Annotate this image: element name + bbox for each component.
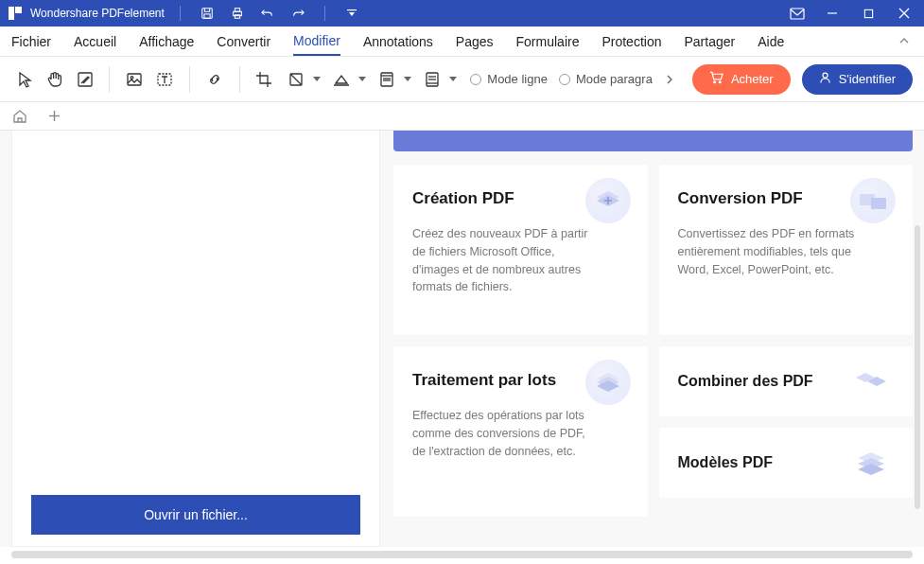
dropdown-icon[interactable]: [342, 4, 361, 23]
hand-tool-icon[interactable]: [42, 64, 68, 95]
add-image-icon[interactable]: [121, 64, 148, 95]
chevron-right-icon[interactable]: [664, 75, 677, 84]
svg-point-16: [131, 76, 133, 79]
svg-rect-39: [871, 198, 886, 209]
buy-label: Acheter: [731, 72, 774, 86]
svg-marker-25: [404, 77, 411, 81]
chevron-down-icon: [447, 77, 459, 82]
svg-rect-9: [791, 9, 804, 19]
toolbar: Mode ligne Mode paragra Acheter S'identi…: [0, 57, 924, 102]
batch-icon: [585, 360, 631, 405]
title-right: [786, 4, 916, 23]
bates-icon: [417, 64, 447, 95]
svg-point-33: [823, 73, 828, 78]
separator: [180, 6, 181, 21]
header-footer-icon: [372, 64, 402, 95]
radio-label: Mode ligne: [487, 72, 548, 86]
signin-button[interactable]: S'identifier: [802, 64, 913, 95]
svg-rect-2: [202, 9, 213, 19]
svg-marker-8: [349, 12, 355, 16]
menu-pages[interactable]: Pages: [456, 28, 494, 55]
vertical-scrollbar[interactable]: [915, 225, 920, 509]
home-tab-icon[interactable]: [11, 108, 28, 125]
menu-protection[interactable]: Protection: [601, 28, 661, 55]
left-panel: Ouvrir un fichier...: [11, 131, 380, 547]
maximize-button[interactable]: [856, 4, 880, 23]
background-dropdown[interactable]: [326, 64, 368, 95]
svg-marker-20: [358, 77, 366, 81]
svg-point-31: [714, 81, 716, 83]
radio-icon: [559, 74, 570, 85]
separator: [239, 66, 240, 93]
edit-text-icon[interactable]: [72, 64, 98, 95]
link-icon[interactable]: [201, 64, 228, 95]
menu-formulaire[interactable]: Formulaire: [516, 28, 580, 55]
templates-icon: [848, 443, 894, 483]
watermark-icon: [281, 64, 311, 95]
svg-rect-21: [381, 73, 392, 86]
watermark-dropdown[interactable]: [281, 64, 323, 95]
radio-icon: [470, 74, 481, 85]
redo-icon[interactable]: [288, 4, 307, 23]
horizontal-scrollbar[interactable]: [11, 551, 913, 558]
new-tab-icon[interactable]: [45, 108, 62, 125]
radio-label: Mode paragra: [576, 72, 653, 86]
mode-line-radio[interactable]: Mode ligne: [470, 72, 548, 86]
save-icon[interactable]: [198, 4, 217, 23]
svg-rect-0: [9, 7, 14, 20]
bates-dropdown[interactable]: [417, 64, 459, 95]
print-icon[interactable]: [228, 4, 247, 23]
menu-accueil[interactable]: Accueil: [74, 28, 116, 55]
svg-rect-7: [347, 9, 357, 10]
mode-paragraph-radio[interactable]: Mode paragra: [559, 72, 653, 86]
buy-button[interactable]: Acheter: [692, 64, 791, 95]
separator: [324, 6, 325, 21]
open-file-button[interactable]: Ouvrir un fichier...: [31, 495, 360, 535]
user-icon: [819, 71, 831, 87]
svg-rect-3: [204, 14, 210, 18]
select-tool-icon[interactable]: [11, 64, 38, 95]
svg-point-32: [719, 81, 721, 83]
svg-rect-6: [235, 15, 239, 19]
menu-aide[interactable]: Aide: [758, 28, 784, 55]
card-convert-pdf[interactable]: Conversion PDF Convertissez des PDF en f…: [659, 165, 914, 335]
combine-icon: [848, 361, 894, 401]
crop-icon[interactable]: [252, 64, 278, 95]
card-desc: Effectuez des opérations par lots comme …: [412, 407, 599, 460]
card-combine-pdf[interactable]: Combiner des PDF: [659, 346, 914, 416]
content-area: Ouvrir un fichier... Création PDF Créez …: [0, 131, 924, 547]
background-icon: [326, 64, 357, 95]
signin-label: S'identifier: [839, 72, 896, 86]
app-logo-icon: [8, 6, 23, 21]
svg-rect-5: [235, 9, 239, 12]
add-text-icon[interactable]: [151, 64, 178, 95]
card-create-pdf[interactable]: Création PDF Créez des nouveaux PDF à pa…: [393, 165, 648, 335]
card-title: Combiner des PDF: [678, 373, 813, 390]
chevron-down-icon: [357, 77, 368, 82]
cards-grid: Création PDF Créez des nouveaux PDF à pa…: [393, 165, 913, 517]
menu-convertir[interactable]: Convertir: [217, 28, 270, 55]
card-batch[interactable]: Traitement par lots Effectuez des opérat…: [393, 346, 648, 517]
card-title: Modèles PDF: [678, 454, 773, 471]
mail-icon[interactable]: [788, 4, 807, 23]
title-left: Wondershare PDFelement: [8, 4, 363, 23]
cart-icon: [709, 71, 724, 87]
menu-modifier[interactable]: Modifier: [293, 27, 340, 56]
undo-icon[interactable]: [258, 4, 277, 23]
menu-affichage[interactable]: Affichage: [139, 28, 194, 55]
separator: [189, 66, 190, 93]
menu-partager[interactable]: Partager: [684, 28, 735, 55]
collapse-ribbon-icon[interactable]: [896, 33, 913, 50]
svg-rect-15: [128, 74, 141, 85]
app-title: Wondershare PDFelement: [30, 7, 165, 20]
close-button[interactable]: [892, 4, 916, 23]
menu-fichier[interactable]: Fichier: [11, 28, 51, 55]
minimize-button[interactable]: [820, 4, 845, 23]
edit-mode-radio-group: Mode ligne Mode paragra: [470, 72, 677, 86]
menu-bar: Fichier Accueil Affichage Convertir Modi…: [0, 26, 924, 57]
card-desc: Convertissez des PDF en formats entièrem…: [678, 225, 864, 278]
header-footer-dropdown[interactable]: [372, 64, 413, 95]
menu-annotations[interactable]: Annotations: [363, 28, 433, 55]
card-templates-pdf[interactable]: Modèles PDF: [659, 428, 914, 498]
banner: [393, 131, 913, 151]
